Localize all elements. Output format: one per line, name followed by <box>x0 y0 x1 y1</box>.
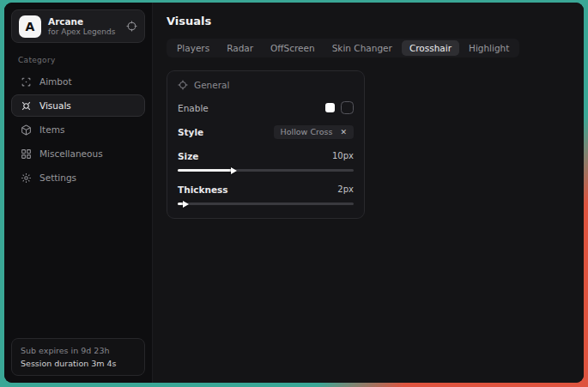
sidebar-item-label: Miscellaneous <box>39 148 103 159</box>
session-duration-text: Session duration 3m 4s <box>21 357 136 370</box>
size-slider[interactable] <box>178 169 354 172</box>
sidebar-item-label: Visuals <box>39 100 71 111</box>
tab-crosshair[interactable]: Crosshair <box>402 40 459 56</box>
size-value: 10px <box>332 151 354 160</box>
style-row: Style Hollow Cross ✕ <box>178 125 354 138</box>
thickness-slider-thumb[interactable] <box>183 201 189 208</box>
thickness-slider[interactable] <box>178 203 354 205</box>
app-window: A Arcane for Apex Legends Category <box>4 3 584 383</box>
sidebar-item-label: Items <box>39 124 64 135</box>
style-select[interactable]: Hollow Cross ✕ <box>274 125 354 139</box>
brand-logo: A <box>19 15 41 38</box>
clear-icon[interactable]: ✕ <box>340 128 347 136</box>
sidebar-nav: Aimbot Visuals <box>11 70 145 189</box>
tab-players[interactable]: Players <box>169 40 217 56</box>
crosshair-icon <box>178 80 188 90</box>
enable-label: Enable <box>178 103 209 113</box>
thickness-value: 2px <box>337 184 354 194</box>
tab-skin-changer[interactable]: Skin Changer <box>324 40 400 56</box>
style-label: Style <box>178 127 203 137</box>
sidebar-item-items[interactable]: Items <box>11 118 145 141</box>
enable-row: Enable <box>178 101 354 114</box>
sidebar-spacer <box>11 189 145 338</box>
size-slider-fill <box>178 169 233 172</box>
page-title: Visuals <box>167 15 570 27</box>
general-panel: General Enable Style Hollow Cross ✕ Size… <box>167 70 365 219</box>
sidebar-item-label: Settings <box>39 172 76 183</box>
thickness-slider-fill <box>178 203 185 205</box>
sidebar-item-aimbot[interactable]: Aimbot <box>11 70 145 93</box>
tab-radar[interactable]: Radar <box>219 40 261 56</box>
tab-highlight[interactable]: Highlight <box>461 40 517 56</box>
subscription-card: Sub expires in 9d 23h Session duration 3… <box>11 338 145 376</box>
brand-title: Arcane <box>48 16 119 27</box>
enable-controls <box>325 101 354 114</box>
size-label: Size <box>178 151 198 161</box>
panel-header: General <box>178 80 354 90</box>
color-swatch[interactable] <box>325 103 335 112</box>
thickness-label: Thickness <box>178 184 228 195</box>
gear-icon <box>21 172 32 184</box>
sidebar-item-miscellaneous[interactable]: Miscellaneous <box>11 142 145 165</box>
brand-card: A Arcane for Apex Legends <box>11 9 145 43</box>
scan-target-icon <box>21 76 32 88</box>
crosshair-icon <box>126 21 137 32</box>
sidebar-item-visuals[interactable]: Visuals <box>11 94 145 117</box>
brand-text: Arcane for Apex Legends <box>48 16 119 37</box>
vision-icon <box>21 100 32 112</box>
sidebar: A Arcane for Apex Legends Category <box>4 3 153 383</box>
thickness-row: Thickness 2px <box>178 183 354 196</box>
tab-bar: Players Radar OffScreen Skin Changer Cro… <box>167 39 519 57</box>
sub-expiry-text: Sub expires in 9d 23h <box>21 344 136 357</box>
enable-checkbox[interactable] <box>341 101 354 114</box>
style-value: Hollow Cross <box>281 127 333 136</box>
box-icon <box>21 124 32 136</box>
panel-title: General <box>194 80 229 90</box>
size-row: Size 10px <box>178 149 354 162</box>
category-label: Category <box>18 56 138 64</box>
sidebar-item-label: Aimbot <box>39 76 72 87</box>
main-content: Visuals Players Radar OffScreen Skin Cha… <box>153 3 584 383</box>
size-slider-thumb[interactable] <box>231 167 237 174</box>
tab-offscreen[interactable]: OffScreen <box>263 40 323 56</box>
sidebar-item-settings[interactable]: Settings <box>11 166 145 189</box>
brand-subtitle: for Apex Legends <box>48 27 119 37</box>
grid-icon <box>21 148 32 160</box>
